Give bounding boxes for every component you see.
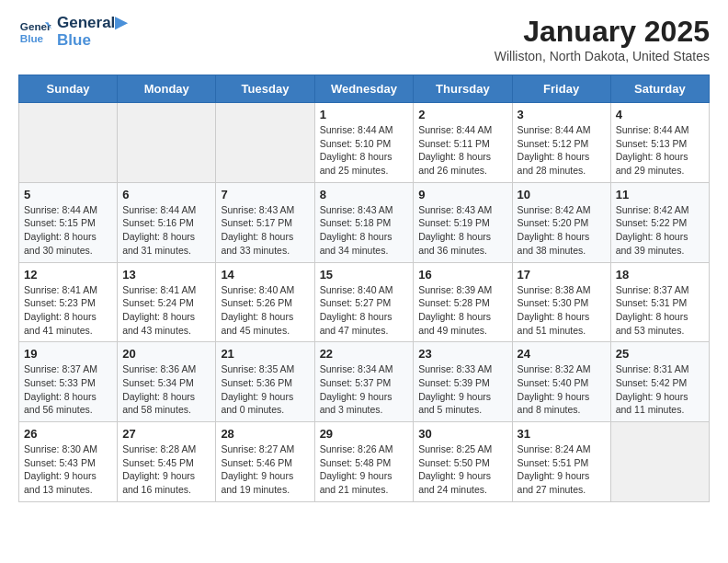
day-number: 31	[518, 427, 606, 441]
svg-text:Blue: Blue	[20, 31, 44, 43]
day-info: Sunrise: 8:37 AM Sunset: 5:33 PM Dayligh…	[24, 362, 112, 417]
day-number: 29	[320, 427, 409, 441]
day-info: Sunrise: 8:38 AM Sunset: 5:30 PM Dayligh…	[518, 283, 606, 338]
calendar-cell: 11Sunrise: 8:42 AM Sunset: 5:22 PM Dayli…	[610, 182, 709, 262]
calendar-cell: 16Sunrise: 8:39 AM Sunset: 5:28 PM Dayli…	[414, 262, 512, 342]
calendar-cell: 8Sunrise: 8:43 AM Sunset: 5:18 PM Daylig…	[314, 182, 414, 262]
calendar-cell: 17Sunrise: 8:38 AM Sunset: 5:30 PM Dayli…	[512, 262, 610, 342]
calendar-cell: 4Sunrise: 8:44 AM Sunset: 5:13 PM Daylig…	[610, 103, 709, 183]
day-number: 22	[320, 347, 409, 361]
day-number: 11	[616, 188, 704, 201]
calendar-cell: 19Sunrise: 8:37 AM Sunset: 5:33 PM Dayli…	[19, 342, 118, 422]
day-number: 15	[320, 268, 409, 282]
calendar-cell: 20Sunrise: 8:36 AM Sunset: 5:34 PM Dayli…	[118, 342, 216, 422]
weekday-header-thursday: Thursday	[414, 75, 512, 103]
calendar-cell: 5Sunrise: 8:44 AM Sunset: 5:15 PM Daylig…	[19, 182, 118, 262]
calendar-cell: 24Sunrise: 8:32 AM Sunset: 5:40 PM Dayli…	[512, 342, 610, 422]
day-number: 4	[616, 108, 704, 121]
calendar-table: SundayMondayTuesdayWednesdayThursdayFrid…	[18, 75, 710, 502]
weekday-header-wednesday: Wednesday	[314, 75, 414, 103]
calendar-cell: 14Sunrise: 8:40 AM Sunset: 5:26 PM Dayli…	[216, 262, 314, 342]
day-number: 7	[221, 188, 309, 201]
calendar-cell: 10Sunrise: 8:42 AM Sunset: 5:20 PM Dayli…	[512, 182, 610, 262]
day-number: 26	[24, 427, 112, 441]
day-info: Sunrise: 8:44 AM Sunset: 5:11 PM Dayligh…	[418, 123, 506, 178]
day-number: 18	[616, 268, 704, 282]
calendar-cell: 28Sunrise: 8:27 AM Sunset: 5:46 PM Dayli…	[216, 422, 314, 502]
day-number: 25	[616, 347, 704, 361]
calendar-cell: 3Sunrise: 8:44 AM Sunset: 5:12 PM Daylig…	[512, 103, 610, 183]
day-number: 24	[518, 347, 606, 361]
calendar-cell: 30Sunrise: 8:25 AM Sunset: 5:50 PM Dayli…	[414, 422, 512, 502]
weekday-header-tuesday: Tuesday	[216, 75, 314, 103]
week-row-2: 5Sunrise: 8:44 AM Sunset: 5:15 PM Daylig…	[19, 182, 710, 262]
day-number: 2	[418, 108, 506, 121]
day-number: 28	[221, 427, 309, 441]
day-info: Sunrise: 8:44 AM Sunset: 5:12 PM Dayligh…	[518, 123, 606, 178]
calendar-cell: 29Sunrise: 8:26 AM Sunset: 5:48 PM Dayli…	[314, 422, 414, 502]
day-number: 3	[518, 108, 606, 121]
calendar-cell: 22Sunrise: 8:34 AM Sunset: 5:37 PM Dayli…	[314, 342, 414, 422]
svg-text:General: General	[20, 20, 51, 32]
calendar-cell: 18Sunrise: 8:37 AM Sunset: 5:31 PM Dayli…	[610, 262, 709, 342]
day-number: 20	[122, 347, 210, 361]
day-info: Sunrise: 8:35 AM Sunset: 5:36 PM Dayligh…	[221, 362, 309, 417]
day-number: 30	[418, 427, 506, 441]
day-number: 23	[418, 347, 506, 361]
calendar-cell: 7Sunrise: 8:43 AM Sunset: 5:17 PM Daylig…	[216, 182, 314, 262]
day-number: 8	[320, 188, 409, 201]
week-row-5: 26Sunrise: 8:30 AM Sunset: 5:43 PM Dayli…	[19, 422, 710, 502]
day-info: Sunrise: 8:43 AM Sunset: 5:18 PM Dayligh…	[320, 203, 409, 258]
weekday-header-monday: Monday	[118, 75, 216, 103]
calendar-cell: 1Sunrise: 8:44 AM Sunset: 5:10 PM Daylig…	[314, 103, 414, 183]
day-info: Sunrise: 8:40 AM Sunset: 5:26 PM Dayligh…	[221, 283, 309, 338]
calendar-cell	[610, 422, 709, 502]
calendar-cell: 21Sunrise: 8:35 AM Sunset: 5:36 PM Dayli…	[216, 342, 314, 422]
calendar-cell: 31Sunrise: 8:24 AM Sunset: 5:51 PM Dayli…	[512, 422, 610, 502]
calendar-cell: 26Sunrise: 8:30 AM Sunset: 5:43 PM Dayli…	[19, 422, 118, 502]
day-info: Sunrise: 8:31 AM Sunset: 5:42 PM Dayligh…	[616, 362, 704, 417]
day-number: 19	[24, 347, 112, 361]
calendar-cell: 27Sunrise: 8:28 AM Sunset: 5:45 PM Dayli…	[118, 422, 216, 502]
weekday-header-friday: Friday	[512, 75, 610, 103]
weekday-header-row: SundayMondayTuesdayWednesdayThursdayFrid…	[19, 75, 710, 103]
day-info: Sunrise: 8:32 AM Sunset: 5:40 PM Dayligh…	[518, 362, 606, 417]
day-info: Sunrise: 8:33 AM Sunset: 5:39 PM Dayligh…	[418, 362, 506, 417]
day-number: 21	[221, 347, 309, 361]
day-number: 9	[418, 188, 506, 201]
day-number: 1	[320, 108, 409, 121]
month-title: January 2025	[495, 15, 710, 49]
logo: General Blue General▶ Blue	[18, 15, 127, 49]
day-info: Sunrise: 8:43 AM Sunset: 5:17 PM Dayligh…	[221, 203, 309, 258]
calendar-cell: 12Sunrise: 8:41 AM Sunset: 5:23 PM Dayli…	[19, 262, 118, 342]
day-info: Sunrise: 8:36 AM Sunset: 5:34 PM Dayligh…	[122, 362, 210, 417]
day-info: Sunrise: 8:41 AM Sunset: 5:24 PM Dayligh…	[122, 283, 210, 338]
logo-icon: General Blue	[18, 16, 51, 49]
calendar-cell	[118, 103, 216, 183]
weekday-header-sunday: Sunday	[19, 75, 118, 103]
calendar-cell: 13Sunrise: 8:41 AM Sunset: 5:24 PM Dayli…	[118, 262, 216, 342]
day-info: Sunrise: 8:34 AM Sunset: 5:37 PM Dayligh…	[320, 362, 409, 417]
calendar-cell	[216, 103, 314, 183]
day-info: Sunrise: 8:43 AM Sunset: 5:19 PM Dayligh…	[418, 203, 506, 258]
day-number: 17	[518, 268, 606, 282]
day-info: Sunrise: 8:27 AM Sunset: 5:46 PM Dayligh…	[221, 442, 309, 497]
location: Williston, North Dakota, United States	[495, 49, 710, 63]
week-row-1: 1Sunrise: 8:44 AM Sunset: 5:10 PM Daylig…	[19, 103, 710, 183]
calendar-cell: 25Sunrise: 8:31 AM Sunset: 5:42 PM Dayli…	[610, 342, 709, 422]
day-info: Sunrise: 8:39 AM Sunset: 5:28 PM Dayligh…	[418, 283, 506, 338]
weekday-header-saturday: Saturday	[610, 75, 709, 103]
title-block: January 2025 Williston, North Dakota, Un…	[495, 15, 710, 63]
page-header: General Blue General▶ Blue January 2025 …	[18, 15, 710, 63]
calendar-cell: 23Sunrise: 8:33 AM Sunset: 5:39 PM Dayli…	[414, 342, 512, 422]
calendar-cell: 2Sunrise: 8:44 AM Sunset: 5:11 PM Daylig…	[414, 103, 512, 183]
day-number: 16	[418, 268, 506, 282]
calendar-cell: 6Sunrise: 8:44 AM Sunset: 5:16 PM Daylig…	[118, 182, 216, 262]
day-number: 12	[24, 268, 112, 282]
week-row-3: 12Sunrise: 8:41 AM Sunset: 5:23 PM Dayli…	[19, 262, 710, 342]
day-info: Sunrise: 8:25 AM Sunset: 5:50 PM Dayligh…	[418, 442, 506, 497]
calendar-cell	[19, 103, 118, 183]
day-number: 14	[221, 268, 309, 282]
logo-text: General▶	[57, 15, 127, 32]
day-info: Sunrise: 8:37 AM Sunset: 5:31 PM Dayligh…	[616, 283, 704, 338]
